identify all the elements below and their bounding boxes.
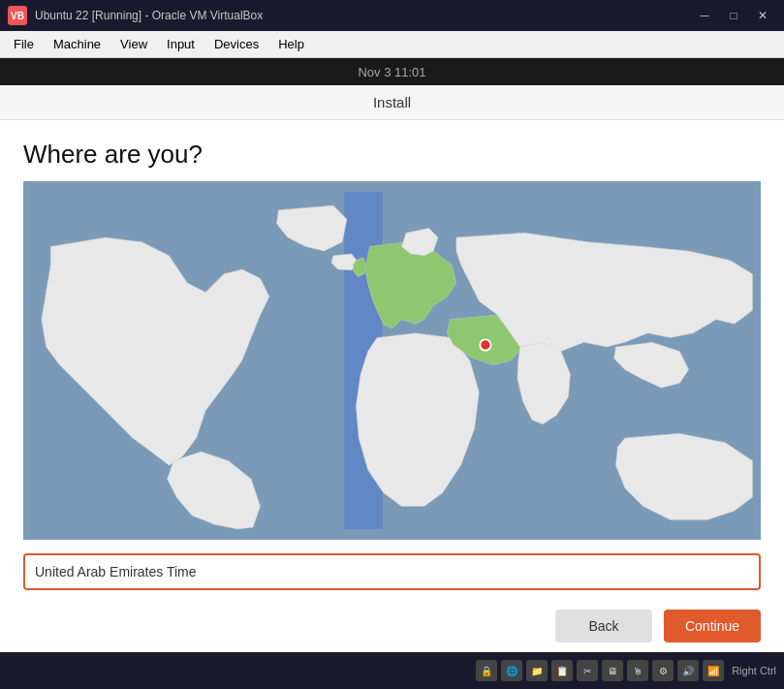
- maximize-button[interactable]: □: [720, 5, 747, 26]
- taskbar-icon-10[interactable]: 📶: [703, 660, 724, 681]
- menu-machine[interactable]: Machine: [44, 33, 110, 55]
- menu-view[interactable]: View: [110, 33, 157, 55]
- taskbar-icon-3[interactable]: 📁: [526, 660, 548, 681]
- install-header: Install: [0, 85, 784, 120]
- minimize-button[interactable]: ─: [691, 5, 718, 26]
- taskbar-icon-1[interactable]: 🔒: [476, 660, 497, 681]
- title-bar: VB Ubuntu 22 [Running] - Oracle VM Virtu…: [0, 0, 784, 31]
- taskbar: 🔒 🌐 📁 📋 ✂ 🖥 🖱 ⚙ 🔊 📶 Right Ctrl: [0, 652, 784, 689]
- close-button[interactable]: ✕: [749, 5, 776, 26]
- world-map[interactable]: [23, 181, 761, 540]
- taskbar-icon-5[interactable]: ✂: [577, 660, 598, 681]
- page-title: Where are you?: [23, 140, 761, 170]
- menu-file[interactable]: File: [4, 33, 44, 55]
- timezone-input-area: [0, 540, 784, 602]
- main-content: Where are you?: [0, 120, 784, 540]
- vm-screen: Nov 3 11:01 Install Where are you?: [0, 58, 784, 654]
- window-controls: ─ □ ✕: [691, 5, 776, 26]
- menu-input[interactable]: Input: [157, 33, 204, 55]
- install-label: Install: [373, 94, 411, 110]
- menu-devices[interactable]: Devices: [204, 33, 268, 55]
- taskbar-icon-2[interactable]: 🌐: [501, 660, 522, 681]
- window-title: Ubuntu 22 [Running] - Oracle VM VirtualB…: [35, 9, 691, 22]
- menu-help[interactable]: Help: [268, 33, 314, 55]
- taskbar-icon-4[interactable]: 📋: [551, 660, 573, 681]
- taskbar-icon-7[interactable]: 🖱: [627, 660, 648, 681]
- map-container[interactable]: [23, 181, 761, 540]
- right-ctrl-label: Right Ctrl: [732, 665, 776, 676]
- taskbar-icon-8[interactable]: ⚙: [652, 660, 674, 681]
- vm-topbar: Nov 3 11:01: [0, 58, 784, 85]
- taskbar-icon-9[interactable]: 🔊: [677, 660, 699, 681]
- continue-button[interactable]: Continue: [664, 610, 761, 642]
- timezone-input[interactable]: [23, 553, 761, 590]
- navigation-buttons: Back Continue: [0, 602, 784, 654]
- taskbar-icon-6[interactable]: 🖥: [602, 660, 623, 681]
- back-button[interactable]: Back: [555, 610, 652, 642]
- menu-bar: File Machine View Input Devices Help: [0, 31, 784, 58]
- app-icon: VB: [8, 6, 27, 25]
- vm-datetime: Nov 3 11:01: [358, 65, 425, 79]
- location-pin: [480, 339, 490, 350]
